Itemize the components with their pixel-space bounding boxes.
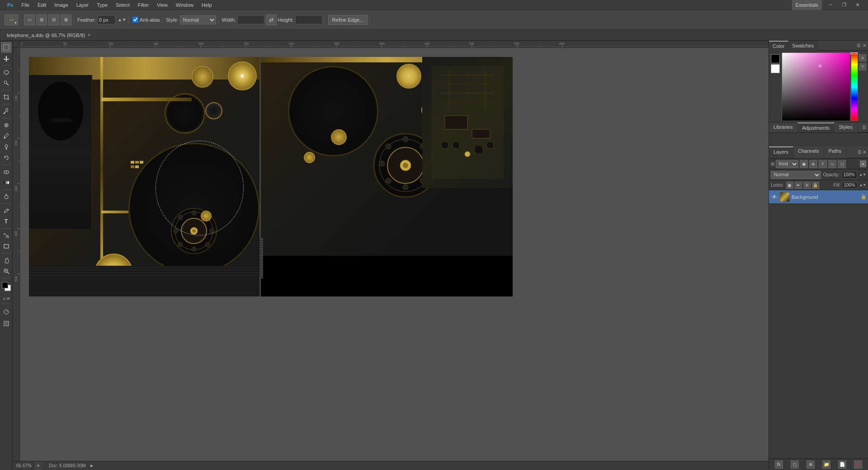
filter-btn-type[interactable]: T [819, 160, 827, 168]
menu-help[interactable]: Help [198, 1, 216, 9]
menu-file[interactable]: File [18, 1, 33, 9]
foreground-color-swatch[interactable] [2, 282, 8, 288]
default-colors-btn[interactable]: ⊙ [3, 297, 6, 301]
tab-close-button[interactable]: × [88, 33, 90, 38]
layer-fx-button[interactable]: fx [775, 461, 783, 469]
new-selection-btn[interactable]: ▭ [24, 14, 35, 25]
width-input[interactable] [237, 15, 264, 24]
close-button[interactable]: ✕ [851, 0, 864, 10]
layer-visibility-toggle[interactable]: 👁 [771, 193, 778, 201]
bg-color-block[interactable] [771, 64, 780, 73]
hand-tool[interactable] [1, 255, 11, 265]
intersect-selection-btn[interactable]: ⊠ [61, 14, 71, 25]
filter-toggle[interactable]: ● [860, 160, 866, 167]
lock-transparent-btn[interactable]: ▣ [786, 182, 793, 189]
refine-edge-button[interactable]: Refine Edge... [328, 15, 368, 25]
eyedropper-tool[interactable] [1, 106, 11, 116]
swap-colors-btn[interactable]: ⇄ [7, 296, 10, 301]
color-spectrum[interactable] [782, 52, 849, 120]
layers-tab[interactable]: Layers [769, 146, 793, 158]
add-selection-btn[interactable]: ⊞ [36, 14, 47, 25]
quick-select-tool[interactable] [1, 78, 11, 88]
anti-alias-checkbox[interactable] [132, 17, 138, 23]
healing-brush-tool[interactable] [1, 120, 11, 130]
crop-tool[interactable] [1, 92, 11, 102]
filter-kind-select[interactable]: Kind [776, 160, 798, 168]
canvas-viewport[interactable] [20, 48, 769, 461]
fill-arrow-icon[interactable]: ▲▼ [859, 183, 866, 187]
layer-group-button[interactable]: 📁 [822, 461, 830, 469]
quick-mask-toggle[interactable] [1, 307, 11, 317]
style-select[interactable]: Normal Fixed Ratio Fixed Size [180, 15, 216, 24]
layers-panel-menu-btn[interactable]: ☰ [858, 150, 862, 155]
path-selection-tool[interactable] [1, 230, 11, 240]
adjustments-tab[interactable]: Adjustments [797, 122, 835, 132]
menu-edit[interactable]: Edit [34, 1, 50, 9]
styles-tab[interactable]: Styles [835, 122, 858, 132]
rectangle-shape-tool[interactable] [1, 241, 11, 251]
adj-panel-menu-btn[interactable]: ☰ [862, 125, 866, 130]
lock-image-btn[interactable]: ✒ [795, 182, 802, 189]
swap-dimensions-btn[interactable]: ⇄ [266, 14, 277, 25]
lasso-tool[interactable] [1, 67, 11, 77]
minimize-button[interactable]: ─ [824, 0, 837, 10]
swatches-tab[interactable]: Swatches [788, 41, 818, 51]
color-panel-icon-2[interactable]: T [859, 63, 866, 70]
new-layer-button[interactable]: 📄 [838, 461, 846, 469]
move-tool[interactable] [1, 53, 11, 63]
eraser-tool[interactable] [1, 167, 11, 177]
ps-logo[interactable]: Ps [4, 1, 17, 9]
fg-color-block[interactable] [771, 54, 780, 63]
workspace-selector[interactable]: Essentials [792, 0, 822, 10]
hue-slider[interactable] [851, 52, 857, 120]
layer-adjustment-button[interactable]: ⊕ [807, 461, 815, 469]
feather-arrow-icon[interactable]: ▲▼ [118, 17, 127, 22]
opacity-input[interactable] [841, 171, 857, 179]
color-panel-menu-btn[interactable]: ☰ [857, 43, 861, 48]
lock-position-btn[interactable]: ✛ [803, 182, 811, 189]
gradient-tool[interactable] [1, 178, 11, 188]
height-input[interactable] [295, 15, 322, 24]
channels-tab[interactable]: Channels [793, 146, 824, 158]
menu-window[interactable]: Window [172, 1, 197, 9]
opacity-arrow-icon[interactable]: ▲▼ [859, 173, 866, 177]
brush-tool[interactable] [1, 131, 11, 141]
text-tool[interactable]: T [1, 216, 11, 226]
menu-view[interactable]: View [153, 1, 171, 9]
menu-select[interactable]: Select [112, 1, 133, 9]
screen-mode-toggle[interactable] [1, 319, 11, 329]
dodge-tool[interactable] [1, 192, 11, 202]
lock-all-btn[interactable]: 🔒 [812, 182, 819, 189]
filter-btn-shape[interactable]: ▭ [828, 160, 836, 168]
layer-item[interactable]: 👁 Background 🔒 [769, 190, 868, 204]
subtract-selection-btn[interactable]: ⊟ [48, 14, 59, 25]
restore-button[interactable]: ❐ [837, 0, 851, 10]
clone-stamp-tool[interactable] [1, 142, 11, 152]
filter-btn-smart[interactable]: ◻ [838, 160, 846, 168]
zoom-tool[interactable] [1, 266, 11, 276]
zoom-fit-btn[interactable]: ⊞ [35, 463, 42, 469]
layers-panel-expand-btn[interactable]: ✕ [863, 150, 866, 155]
menu-type[interactable]: Type [93, 1, 111, 9]
menu-layer[interactable]: Layer [73, 1, 93, 9]
fill-input[interactable] [842, 182, 858, 189]
status-arrow[interactable]: ▶ [90, 464, 93, 468]
libraries-tab[interactable]: Libraries [769, 122, 797, 132]
color-panel-icon-1[interactable]: A [859, 54, 866, 61]
paths-tab[interactable]: Paths [824, 146, 846, 158]
feather-input[interactable] [97, 15, 115, 24]
rectangular-marquee-tool[interactable] [1, 42, 11, 52]
filter-btn-pixel[interactable]: ▣ [800, 160, 808, 168]
menu-image[interactable]: Image [51, 1, 72, 9]
delete-layer-button[interactable]: 🗑 [854, 461, 862, 469]
color-tab[interactable]: Color [769, 41, 788, 51]
tool-preset-picker[interactable]: ▭ ▼ [5, 14, 18, 25]
pen-tool[interactable] [1, 206, 11, 216]
document-tab[interactable]: telephone_a.dds @ 66.7% (RGB/8) × [2, 30, 95, 40]
filter-btn-adjustment[interactable]: ⊕ [809, 160, 817, 168]
layer-mask-button[interactable]: ◻ [791, 461, 799, 469]
blend-mode-select[interactable]: Normal Dissolve Multiply Screen Overlay [771, 171, 821, 179]
color-panel-close-btn[interactable]: ✕ [863, 43, 866, 48]
menu-filter[interactable]: Filter [134, 1, 152, 9]
history-brush-tool[interactable] [1, 153, 11, 163]
